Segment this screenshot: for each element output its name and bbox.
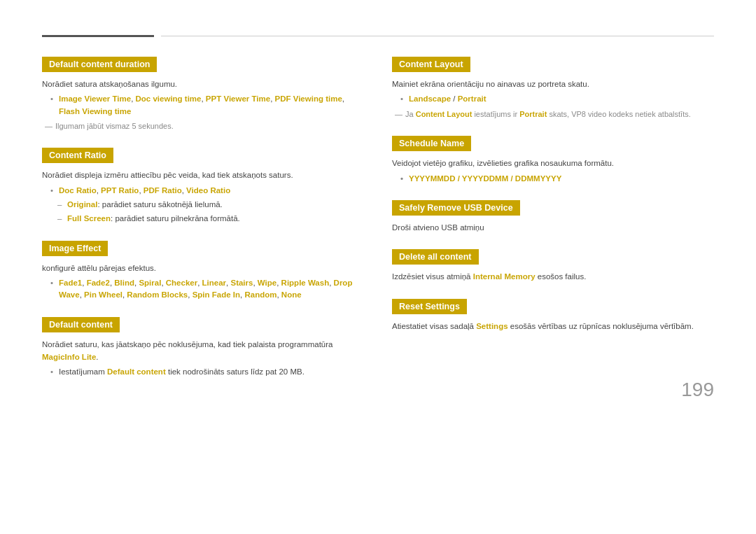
highlight-text: Blind: [114, 279, 134, 287]
section-default-content: Default content Norādiet saturu, kas jāa…: [42, 317, 364, 379]
bullet-list: Iestatījumam Default content tiek nodroš…: [42, 366, 364, 378]
highlight-text: Portrait: [458, 94, 486, 103]
section-body-default-content-duration: Norādiet satura atskaņošanas ilgumu. Ima…: [42, 78, 364, 132]
section-title-delete-all-content: Delete all content: [392, 249, 479, 265]
section-image-effect: Image Effect konfigurē attēlu pārejas ef…: [42, 241, 364, 302]
note-line: Ilgumam jābūt vismaz 5 sekundes.: [42, 120, 364, 133]
highlight-text: Content Layout: [416, 110, 472, 118]
highlight-text: Image Viewer Time: [59, 94, 131, 103]
highlight-text: Default content: [107, 367, 166, 376]
list-item: YYYYMMDD / YYYYDDMM / DDMMYYYY: [400, 173, 714, 185]
section-title-safely-remove-usb: Safely Remove USB Device: [392, 200, 520, 216]
section-body-content-layout: Mainiet ekrāna orientāciju no ainavas uz…: [392, 78, 714, 120]
page-container: Default content duration Norādiet satura…: [0, 0, 756, 422]
highlight-text: Spin Fade In: [192, 290, 240, 299]
highlight-text: Ripple Wash: [281, 279, 330, 287]
section-content-ratio: Content Ratio Norādiet displeja izmēru a…: [42, 148, 364, 225]
section-schedule-name: Schedule Name Veidojot vietējo grafiku, …: [392, 136, 714, 185]
separator: /: [451, 94, 458, 103]
highlight-text: PPT Ratio: [101, 186, 139, 195]
intro-text: Norādiet saturu, kas jāatskaņo pēc noklu…: [42, 340, 333, 349]
highlight-text: Fade1: [59, 279, 82, 287]
section-body-delete-all-content: Izdzēsiet visus atmiņā Internal Memory e…: [392, 270, 714, 283]
section-title-schedule-name: Schedule Name: [392, 136, 471, 151]
section-intro: Atiestatiet visas sadaļā Settings esošās…: [392, 320, 714, 332]
section-default-content-duration: Default content duration Norādiet satura…: [42, 57, 364, 132]
section-title-content-layout: Content Layout: [392, 57, 470, 72]
highlight-text: PDF Ratio: [144, 186, 182, 195]
highlight-text: PPT Viewer Time: [206, 94, 270, 103]
highlight-text: Portrait: [519, 110, 547, 118]
highlight-text: Random Blocks: [127, 290, 188, 299]
section-body-default-content: Norādiet saturu, kas jāatskaņo pēc noklu…: [42, 338, 364, 379]
two-column-layout: Default content duration Norādiet satura…: [42, 57, 714, 394]
intro-text: Izdzēsiet visus atmiņā: [392, 272, 471, 281]
list-item: Iestatījumam Default content tiek nodroš…: [50, 366, 364, 378]
list-item: Landscape / Portrait: [400, 93, 714, 105]
highlight-text: Original: [67, 200, 97, 209]
note-content: Ja Content Layout iestatījums ir Portrai…: [405, 108, 691, 121]
dash-list: Original: parādiet saturu sākotnējā liel…: [42, 199, 364, 225]
section-body-safely-remove-usb: Droši atvieno USB atmiņu: [392, 221, 714, 234]
highlight-text: Doc viewing time: [136, 94, 202, 103]
section-safely-remove-usb: Safely Remove USB Device Droši atvieno U…: [392, 200, 714, 234]
highlight-text: Wipe: [258, 279, 276, 287]
highlight-text: MagicInfo Lite: [42, 353, 96, 361]
highlight-text: PDF Viewing time: [275, 94, 342, 103]
bullet-list: Fade1, Fade2, Blind, Spiral, Checker, Li…: [42, 277, 364, 302]
highlight-text: Landscape: [409, 94, 451, 103]
section-title-image-effect: Image Effect: [42, 241, 108, 256]
highlight-text: Full Screen: [67, 214, 111, 223]
note-text: Ilgumam jābūt vismaz 5 sekundes.: [55, 120, 174, 133]
highlight-text: Flash Viewing time: [59, 107, 131, 115]
highlight-text: Fade2: [87, 279, 110, 287]
dash-text: : parādiet saturu sākotnējā lielumā.: [97, 200, 222, 209]
highlight-text: Stairs: [230, 279, 253, 287]
list-item: Full Screen: parādiet saturu pilnekrāna …: [57, 213, 364, 225]
bullet-list: YYYYMMDD / YYYYDDMM / DDMMYYYY: [392, 173, 714, 185]
bullet-prefix: Iestatījumam: [59, 367, 105, 376]
highlight-text: Random: [244, 290, 276, 299]
section-intro: Izdzēsiet visus atmiņā Internal Memory e…: [392, 270, 714, 283]
section-intro: Mainiet ekrāna orientāciju no ainavas uz…: [392, 78, 714, 90]
section-body-content-ratio: Norādiet displeja izmēru attiecību pēc v…: [42, 169, 364, 225]
page-number: 199: [681, 379, 714, 401]
section-title-default-content: Default content: [42, 317, 120, 332]
list-item: Fade1, Fade2, Blind, Spiral, Checker, Li…: [50, 277, 364, 302]
section-title-content-ratio: Content Ratio: [42, 148, 113, 163]
section-title-default-content-duration: Default content duration: [42, 57, 157, 72]
section-content-layout: Content Layout Mainiet ekrāna orientācij…: [392, 57, 714, 120]
highlight-text: None: [281, 290, 302, 299]
section-intro: Norādiet satura atskaņošanas ilgumu.: [42, 78, 364, 90]
right-column: Content Layout Mainiet ekrāna orientācij…: [392, 57, 714, 394]
highlight-text: Settings: [476, 322, 507, 330]
bullet-suffix: tiek nodrošināts saturs līdz pat 20 MB.: [168, 367, 304, 376]
note-text: Ja Content Layout iestatījums ir Portrai…: [392, 108, 714, 121]
section-delete-all-content: Delete all content Izdzēsiet visus atmiņ…: [392, 249, 714, 283]
list-item: Doc Ratio, PPT Ratio, PDF Ratio, Video R…: [50, 185, 364, 197]
section-intro: Veidojot vietējo grafiku, izvēlieties gr…: [392, 157, 714, 169]
intro-text: Atiestatiet visas sadaļā: [392, 322, 474, 330]
bullet-list: Image Viewer Time, Doc viewing time, PPT…: [42, 93, 364, 118]
section-reset-settings: Reset Settings Atiestatiet visas sadaļā …: [392, 299, 714, 332]
bullet-list: Landscape / Portrait: [392, 93, 714, 105]
highlight-text: Spiral: [139, 279, 161, 287]
section-body-schedule-name: Veidojot vietējo grafiku, izvēlieties gr…: [392, 157, 714, 185]
highlight-text: Pin Wheel: [84, 290, 122, 299]
dash-text: : parādiet saturu pilnekrāna formātā.: [111, 214, 240, 223]
list-item: Original: parādiet saturu sākotnējā liel…: [57, 199, 364, 211]
highlight-text: Linear: [202, 279, 227, 287]
top-line-dark: [42, 35, 154, 37]
section-body-image-effect: konfigurē attēlu pārejas efektus. Fade1,…: [42, 262, 364, 302]
intro-end: .: [96, 353, 98, 361]
section-intro: Droši atvieno USB atmiņu: [392, 221, 714, 234]
highlight-text: Checker: [166, 279, 197, 287]
section-title-reset-settings: Reset Settings: [392, 299, 467, 314]
intro-end: esošās vērtības uz rūpnīcas noklusējuma …: [510, 322, 694, 330]
top-line-light: [161, 36, 714, 36]
left-column: Default content duration Norādiet satura…: [42, 57, 364, 394]
section-intro: Norādiet saturu, kas jāatskaņo pēc noklu…: [42, 338, 364, 364]
highlight-text: Doc Ratio: [59, 186, 97, 195]
bullet-list: Doc Ratio, PPT Ratio, PDF Ratio, Video R…: [42, 185, 364, 197]
top-line: [42, 35, 714, 37]
